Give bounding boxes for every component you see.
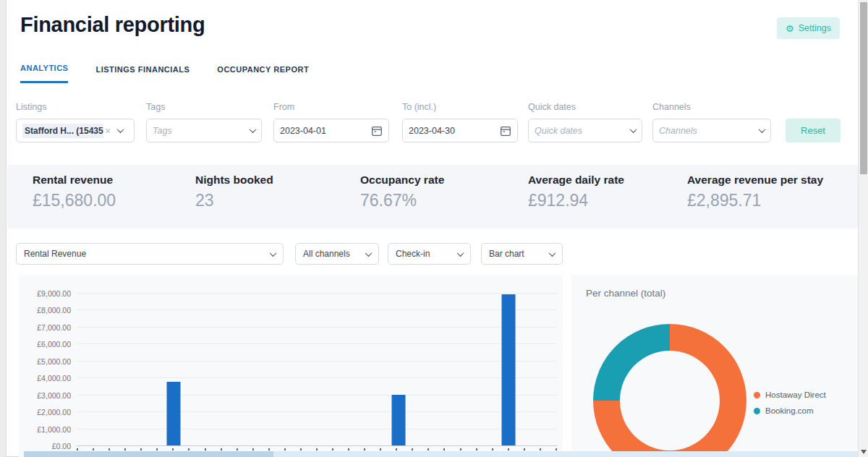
chevron-down-icon[interactable] xyxy=(270,249,277,257)
donut-legend: Hostaway DirectBooking.com xyxy=(754,390,826,415)
channel-filter-value: All channels xyxy=(303,249,362,259)
x-axis-tick xyxy=(508,448,509,450)
gridline xyxy=(77,411,557,412)
x-axis-tick xyxy=(140,448,142,450)
chevron-down-icon[interactable] xyxy=(759,126,766,133)
stat-nights-booked: Nights booked 23 xyxy=(195,174,273,210)
x-axis-tick xyxy=(316,448,318,450)
x-axis-tick xyxy=(380,448,381,450)
metric-select-value: Rental Revenue xyxy=(24,249,266,259)
donut-chart-title: Per channel (total) xyxy=(586,288,665,299)
gridline xyxy=(77,309,557,310)
stat-value: £912.94 xyxy=(528,191,624,210)
x-axis-tick xyxy=(221,448,222,450)
settings-button[interactable]: ⚙ Settings xyxy=(777,17,840,39)
donut-hole xyxy=(620,351,720,450)
to-date-input[interactable]: 2023-04-30 xyxy=(402,119,518,142)
listings-select[interactable]: Stafford H... (15435 × xyxy=(16,119,135,142)
stat-value: 23 xyxy=(195,191,273,210)
chevron-down-icon[interactable] xyxy=(365,249,373,257)
date-basis-select[interactable]: Check-in xyxy=(388,243,471,265)
gridline xyxy=(77,361,557,362)
x-axis-tick xyxy=(77,448,78,450)
calendar-icon[interactable] xyxy=(500,125,511,137)
tags-select[interactable]: Tags xyxy=(146,119,262,142)
listings-selected-chip: Stafford H... (15435 xyxy=(22,124,103,138)
gridline xyxy=(77,445,557,446)
channels-placeholder: Channels xyxy=(659,126,755,136)
x-axis-tick xyxy=(109,448,110,450)
horizontal-scrollbar[interactable] xyxy=(24,451,858,457)
tags-label: Tags xyxy=(146,102,165,112)
reset-button[interactable]: Reset xyxy=(786,119,841,142)
tab-listings-financials[interactable]: LISTINGS FINANCIALS xyxy=(95,64,190,83)
chevron-down-icon[interactable] xyxy=(117,126,124,133)
chevron-down-icon[interactable] xyxy=(630,126,637,133)
to-label: To (incl.) xyxy=(402,102,436,112)
tab-occupancy-report[interactable]: OCCUPANCY REPORT xyxy=(217,64,309,83)
scroll-down-arrow-icon[interactable] xyxy=(861,450,867,454)
x-axis-tick xyxy=(124,448,126,450)
legend-dot-icon xyxy=(754,392,760,398)
x-axis-tick xyxy=(412,448,413,450)
legend-item[interactable]: Hostaway Direct xyxy=(754,390,826,399)
from-date-input[interactable]: 2023-04-01 xyxy=(273,119,389,142)
y-axis-tick-label: £2,000.00 xyxy=(19,408,71,417)
channel-filter-select[interactable]: All channels xyxy=(295,243,379,265)
vertical-scrollbar-thumb[interactable] xyxy=(860,2,867,174)
stat-label: Nights booked xyxy=(195,174,273,187)
metric-select[interactable]: Rental Revenue xyxy=(16,243,284,265)
gear-icon: ⚙ xyxy=(786,24,794,33)
bar-chart-plot-area xyxy=(77,293,557,445)
stat-value: 76.67% xyxy=(360,191,444,210)
x-axis-tick xyxy=(460,448,461,450)
from-date-value: 2023-04-01 xyxy=(280,126,367,136)
to-date-value: 2023-04-30 xyxy=(409,126,495,136)
quick-dates-label: Quick dates xyxy=(528,102,576,112)
x-axis-tick xyxy=(443,448,445,450)
y-axis-tick-label: £5,000.00 xyxy=(19,357,71,366)
financial-reporting-page: Financial reporting ⚙ Settings ANALYTICS… xyxy=(0,0,868,457)
stat-rental-revenue: Rental revenue £15,680.00 xyxy=(33,174,116,210)
x-axis-tick xyxy=(93,448,94,450)
tab-analytics[interactable]: ANALYTICS xyxy=(20,64,68,83)
x-axis-tick xyxy=(300,448,302,450)
channels-select[interactable]: Channels xyxy=(652,119,771,142)
tab-bar: ANALYTICS LISTINGS FINANCIALS OCCUPANCY … xyxy=(20,64,309,83)
chart-type-value: Bar chart xyxy=(489,249,545,259)
x-axis-tick xyxy=(396,448,397,450)
x-axis-tick xyxy=(172,448,174,450)
chevron-down-icon[interactable] xyxy=(549,249,556,257)
horizontal-scrollbar-thumb[interactable] xyxy=(24,451,273,457)
clear-icon[interactable]: × xyxy=(105,125,111,137)
chart-type-select[interactable]: Bar chart xyxy=(481,243,563,265)
gridline xyxy=(77,293,557,294)
stat-occupancy-rate: Occupancy rate 76.67% xyxy=(360,174,444,210)
stat-average-daily-rate: Average daily rate £912.94 xyxy=(528,174,624,210)
gridline xyxy=(77,395,557,396)
legend-label: Hostaway Direct xyxy=(765,390,826,399)
listings-label: Listings xyxy=(16,102,46,112)
y-axis-tick-label: £6,000.00 xyxy=(19,340,71,349)
calendar-icon[interactable] xyxy=(371,125,383,137)
legend-dot-icon xyxy=(754,408,760,414)
stat-value: £15,680.00 xyxy=(33,191,116,210)
legend-item[interactable]: Booking.com xyxy=(754,406,826,415)
x-axis-tick xyxy=(540,448,541,450)
x-axis-tick xyxy=(205,448,206,450)
chevron-down-icon[interactable] xyxy=(250,126,257,133)
y-axis-tick-label: £4,000.00 xyxy=(19,374,71,383)
revenue-bar xyxy=(501,294,515,445)
gridline xyxy=(77,343,557,344)
revenue-bar xyxy=(391,395,405,445)
channels-label: Channels xyxy=(652,102,691,112)
x-axis-tick xyxy=(364,448,365,450)
rental-revenue-bar-chart: £9,000.00£8,000.00£7,000.00£6,000.00£5,0… xyxy=(19,275,563,457)
stat-average-revenue-per-stay: Average revenue per stay £2,895.71 xyxy=(687,174,823,210)
vertical-scrollbar[interactable] xyxy=(858,0,868,457)
quick-dates-select[interactable]: Quick dates xyxy=(528,119,642,142)
window-left-edge xyxy=(0,0,7,457)
date-basis-value: Check-in xyxy=(396,249,454,259)
chevron-down-icon[interactable] xyxy=(457,249,464,257)
gridline xyxy=(77,377,557,378)
